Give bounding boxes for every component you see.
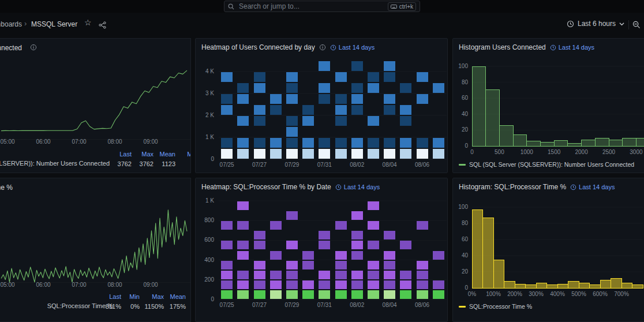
zoom-out-icon[interactable] (632, 21, 641, 31)
panel-processor-time: SQL:Processor Time % 05:0006:0007:0008:0… (0, 178, 191, 322)
share-icon[interactable] (99, 21, 106, 31)
panel-heatmap-processor: Heatmap: SQL:Processor Time % by Date La… (195, 178, 448, 322)
svg-text:2 K: 2 K (205, 112, 214, 118)
info-icon[interactable] (319, 44, 326, 51)
users-histogram-chart[interactable]: 020406080100050010001500200025003000 (453, 58, 644, 160)
search-input[interactable] (238, 2, 384, 11)
panel-histogram-users: Histogram Users Connected Last 14 days 0… (452, 38, 644, 173)
breadcrumb-current: MSSQL Server (31, 20, 77, 28)
legend-series-label[interactable]: SQL (SQL Server (SQLSERVER)): Number Use… (0, 160, 110, 167)
svg-text:500%: 500% (571, 291, 586, 297)
svg-text:100: 100 (458, 204, 468, 210)
svg-text:0: 0 (470, 149, 474, 155)
svg-text:200: 200 (204, 276, 214, 283)
panel-title[interactable]: Users Connected (0, 44, 22, 52)
svg-text:07:00: 07:00 (72, 282, 86, 288)
legend-series-label[interactable]: SQL:Processor Time % (0, 302, 113, 309)
legend-col-max[interactable]: Max (132, 151, 153, 158)
svg-text:07/25: 07/25 (220, 302, 234, 308)
svg-text:20: 20 (462, 126, 469, 133)
svg-text:08/02: 08/02 (350, 302, 364, 308)
panel-title[interactable]: Histogram Users Connected (459, 43, 546, 51)
svg-text:40: 40 (462, 111, 469, 117)
svg-text:40: 40 (462, 252, 469, 259)
clock-icon (567, 20, 574, 28)
svg-text:100: 100 (458, 63, 468, 69)
panel-title[interactable]: SQL:Processor Time % (0, 184, 13, 192)
svg-text:0: 0 (211, 156, 214, 162)
panel-title[interactable]: Heatmap: SQL:Processor Time % by Date (201, 183, 331, 191)
svg-text:400%: 400% (550, 291, 565, 297)
legend-col-last[interactable]: Last (110, 151, 132, 158)
legend-col-max[interactable]: Max (140, 293, 164, 300)
svg-text:800: 800 (204, 217, 214, 223)
svg-text:07/29: 07/29 (284, 302, 299, 308)
legend-value: 1123 (153, 160, 175, 167)
histogram-legend: SQL:Processor Time % (459, 303, 532, 310)
time-range-picker[interactable]: Last 6 hours (567, 20, 624, 28)
series-marker (459, 164, 466, 166)
processor-histogram-chart[interactable]: 0204060801000%100%200%300%400%500%600%70… (453, 198, 644, 302)
legend-col-mean[interactable]: Mean (153, 151, 175, 158)
svg-text:60: 60 (462, 236, 469, 242)
panel-heatmap-users: Heatmap of Users Connected by day Last 1… (195, 38, 448, 173)
legend-value: 175% (164, 303, 186, 310)
svg-text:1000: 1000 (521, 149, 534, 155)
svg-text:08/04: 08/04 (383, 162, 397, 168)
keyboard-icon (391, 4, 397, 9)
svg-text:09:00: 09:00 (143, 138, 158, 145)
processor-time-chart[interactable]: 05:0006:0007:0008:0009:00 (0, 196, 191, 294)
svg-text:2500: 2500 (602, 149, 616, 155)
dashboard-toolbar: Dashboards › MSSQL Server ☆ Last 6 hours (0, 13, 644, 37)
clock-icon (570, 184, 576, 190)
panel-users-connected: Users Connected 05:0006:0007:0008:0009:0… (0, 38, 191, 173)
svg-text:05:00: 05:00 (0, 138, 14, 145)
legend-value: 3762 (132, 160, 153, 167)
users-connected-chart[interactable]: 05:0006:0007:0008:0009:00 (0, 56, 191, 154)
search-icon (228, 3, 234, 10)
svg-text:600: 600 (204, 237, 214, 243)
histogram-legend: SQL (SQL Server (SQLSERVER)): Number Use… (459, 161, 634, 168)
svg-text:06:00: 06:00 (36, 138, 50, 145)
svg-text:3 K: 3 K (205, 90, 214, 96)
time-range-link[interactable]: Last 14 days (570, 184, 615, 190)
legend-series-label[interactable]: SQL:Processor Time % (469, 303, 532, 310)
panel-title[interactable]: Histogram: SQL:Processor Time % (459, 183, 566, 191)
breadcrumb-parent[interactable]: Dashboards (0, 20, 22, 28)
toolbar-divider (628, 20, 629, 29)
svg-text:0%: 0% (468, 291, 477, 297)
legend-value: 3762 (110, 160, 132, 167)
svg-text:06:00: 06:00 (36, 282, 50, 288)
svg-text:80: 80 (462, 220, 469, 226)
legend-col-mean[interactable]: Mean (164, 293, 186, 300)
chevron-down-icon (619, 22, 624, 26)
breadcrumb-separator-icon: › (24, 19, 27, 28)
svg-text:07:00: 07:00 (72, 138, 86, 145)
svg-text:4 K: 4 K (205, 68, 214, 74)
time-range-link[interactable]: Last 14 days (335, 184, 380, 190)
time-range-link[interactable]: Last 14 days (550, 44, 594, 51)
info-icon[interactable] (30, 44, 37, 51)
svg-text:07/29: 07/29 (284, 162, 299, 168)
svg-text:07/31: 07/31 (317, 302, 332, 308)
clock-icon (335, 184, 342, 190)
time-range-link[interactable]: Last 14 days (330, 44, 375, 51)
svg-text:500: 500 (495, 149, 504, 155)
svg-text:0: 0 (211, 296, 214, 302)
legend-col-last[interactable]: Last (99, 293, 121, 300)
processor-heatmap-chart[interactable]: 02004006008001 K07/2507/2707/2907/3108/0… (196, 198, 448, 322)
svg-text:200%: 200% (507, 291, 522, 297)
top-bar: ctrl+k (0, 0, 644, 13)
star-icon[interactable]: ☆ (84, 18, 92, 27)
series-marker (459, 306, 466, 308)
legend-series-row: SQL:Processor Time % 811% 0% 1150% 175% (0, 302, 186, 311)
legend-col-min[interactable]: Min (175, 151, 191, 158)
svg-text:08:00: 08:00 (107, 138, 122, 145)
svg-text:400: 400 (204, 257, 214, 263)
search-box[interactable]: ctrl+k (224, 1, 420, 12)
svg-text:300%: 300% (529, 291, 544, 297)
legend-series-label[interactable]: SQL (SQL Server (SQLSERVER)): Number Use… (469, 161, 634, 168)
legend-col-min[interactable]: Min (121, 293, 140, 300)
panel-title[interactable]: Heatmap of Users Connected by day (201, 43, 315, 51)
users-heatmap-chart[interactable]: 01 K2 K3 K4 K07/2507/2707/2907/3108/0208… (196, 58, 448, 173)
